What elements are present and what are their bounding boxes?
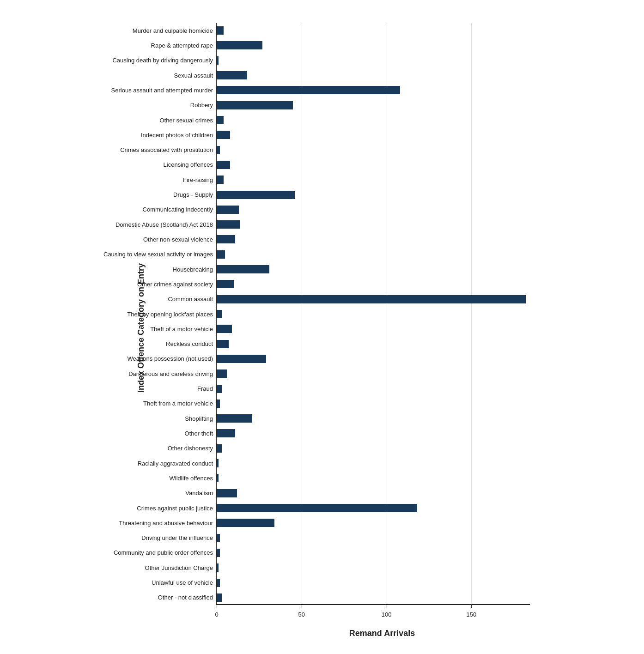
- bar-row: Other theft: [217, 428, 530, 438]
- bar-fill: [217, 176, 224, 184]
- bar-label: Racially aggravated conduct: [138, 460, 213, 467]
- bar-fill: [217, 369, 227, 378]
- bar-fill: [217, 131, 230, 139]
- bar-row: Other Jurisdiction Charge: [217, 563, 530, 573]
- bar-row: Other dishonesty: [217, 443, 530, 454]
- bar-row: Threatening and abusive behaviour: [217, 518, 530, 528]
- bar-row: Shoplifting: [217, 413, 530, 424]
- bar-row: Housebreaking: [217, 264, 530, 274]
- bar-fill: [217, 146, 220, 154]
- bar-fill: [217, 235, 235, 243]
- bar-label: Wildlife offences: [170, 475, 213, 482]
- bar-row: Wildlife offences: [217, 473, 530, 483]
- bar-fill: [217, 295, 526, 303]
- bar-label: Rape & attempted rape: [151, 42, 213, 49]
- bar-row: Theft by opening lockfast places: [217, 309, 530, 319]
- bar-label: Causing death by driving dangerously: [112, 57, 213, 64]
- bar-fill: [217, 444, 222, 453]
- x-tick-label: 50: [298, 611, 305, 618]
- bar-row: Sexual assault: [217, 70, 530, 80]
- bar-label: Causing to view sexual activity or image…: [103, 251, 213, 258]
- bar-row: Common assault: [217, 294, 530, 304]
- bar-label: Theft of a motor vehicle: [150, 326, 213, 333]
- bar-fill: [217, 310, 222, 318]
- bar-label: Weapons possession (not used): [128, 355, 213, 362]
- bar-label: Theft by opening lockfast places: [127, 311, 213, 318]
- bar-row: Rape & attempted rape: [217, 40, 530, 50]
- bar-row: Theft of a motor vehicle: [217, 324, 530, 334]
- bar-fill: [217, 116, 224, 124]
- bar-label: Fire-raising: [183, 176, 213, 183]
- bar-row: Vandalism: [217, 488, 530, 498]
- bar-fill: [217, 519, 274, 527]
- bar-label: Other sexual crimes: [159, 117, 213, 124]
- bar-row: Crimes against public justice: [217, 503, 530, 513]
- bar-label: Other non-sexual violence: [143, 236, 213, 243]
- bar-row: Causing to view sexual activity or image…: [217, 249, 530, 260]
- bar-label: Other theft: [185, 430, 213, 437]
- bar-row: Other non-sexual violence: [217, 234, 530, 244]
- bar-label: Murder and culpable homicide: [133, 27, 213, 34]
- bar-fill: [217, 593, 222, 602]
- bar-fill: [217, 250, 225, 259]
- bar-row: Other crimes against society: [217, 279, 530, 289]
- bar-fill: [217, 355, 266, 363]
- x-axis-label: Remand Arrivals: [216, 629, 548, 638]
- bar-label: Theft from a motor vehicle: [143, 400, 213, 407]
- bar-fill: [217, 280, 234, 288]
- bar-label: Community and public order offences: [114, 549, 213, 556]
- bar-fill: [217, 579, 220, 587]
- bar-row: Robbery: [217, 100, 530, 110]
- bar-fill: [217, 325, 232, 333]
- bar-label: Other - not classified: [158, 594, 213, 601]
- x-tick-label: 100: [382, 611, 392, 618]
- bar-label: Crimes associated with prostitution: [120, 146, 213, 153]
- bar-row: Reckless conduct: [217, 339, 530, 349]
- bar-label: Drugs - Supply: [173, 191, 213, 198]
- chart-container: Index Offence Category on Entry Remand A…: [68, 9, 576, 647]
- bar-row: Drugs - Supply: [217, 190, 530, 200]
- bar-fill: [217, 206, 239, 214]
- bar-label: Other dishonesty: [168, 445, 213, 452]
- bar-row: Racially aggravated conduct: [217, 458, 530, 468]
- bar-row: Communicating indecently: [217, 205, 530, 215]
- bar-label: Communicating indecently: [143, 206, 213, 213]
- bar-fill: [217, 385, 222, 393]
- bar-row: Unlawful use of vehicle: [217, 578, 530, 588]
- bar-row: Weapons possession (not used): [217, 354, 530, 364]
- bar-fill: [217, 489, 237, 497]
- bar-label: Crimes against public justice: [137, 505, 213, 512]
- bar-fill: [217, 265, 269, 273]
- bar-label: Threatening and abusive behaviour: [119, 520, 213, 527]
- x-tick-label: 150: [466, 611, 476, 618]
- bar-row: Serious assault and attempted murder: [217, 85, 530, 95]
- bar-fill: [217, 26, 224, 35]
- bar-label: Indecent photos of children: [141, 132, 213, 139]
- bar-fill: [217, 429, 235, 437]
- bar-fill: [217, 86, 400, 94]
- bar-fill: [217, 71, 247, 79]
- bar-row: Causing death by driving dangerously: [217, 55, 530, 66]
- bar-row: Indecent photos of children: [217, 130, 530, 140]
- bar-fill: [217, 459, 219, 467]
- bar-row: Other sexual crimes: [217, 115, 530, 125]
- bar-row: Driving under the influence: [217, 533, 530, 543]
- bar-label: Dangerous and careless driving: [128, 370, 213, 377]
- bar-fill: [217, 340, 229, 348]
- bar-row: Fire-raising: [217, 175, 530, 185]
- bar-label: Serious assault and attempted murder: [111, 87, 213, 94]
- bar-label: Licensing offences: [164, 161, 213, 168]
- bar-fill: [217, 41, 262, 49]
- bar-row: Dangerous and careless driving: [217, 369, 530, 379]
- bar-row: Crimes associated with prostitution: [217, 145, 530, 155]
- bar-fill: [217, 400, 220, 408]
- bar-row: Licensing offences: [217, 160, 530, 170]
- bar-label: Fraud: [197, 385, 213, 392]
- bar-label: Other Jurisdiction Charge: [145, 564, 213, 571]
- bar-row: Community and public order offences: [217, 548, 530, 558]
- bar-fill: [217, 563, 219, 572]
- bar-fill: [217, 161, 230, 169]
- bar-fill: [217, 549, 220, 557]
- bar-row: Murder and culpable homicide: [217, 25, 530, 36]
- bar-fill: [217, 534, 220, 542]
